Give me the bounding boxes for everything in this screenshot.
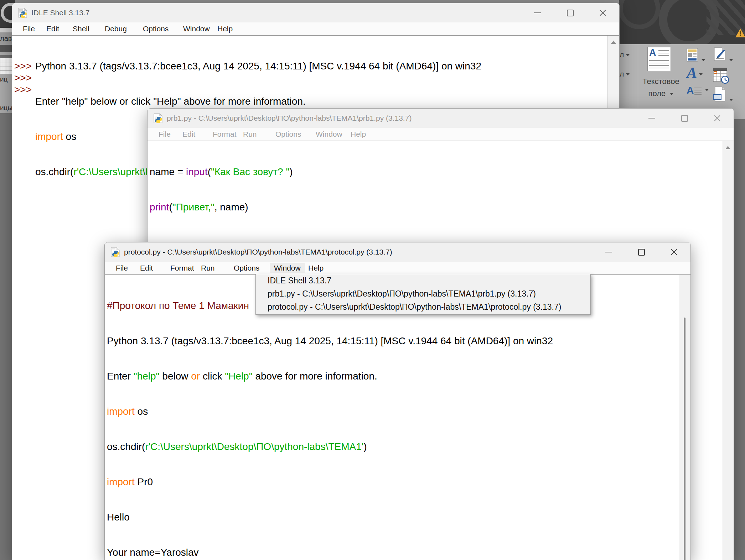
fragment-text: иц xyxy=(0,75,8,83)
python-file-icon xyxy=(110,247,120,257)
menu-edit[interactable]: Edit xyxy=(140,263,153,273)
code-line: Python 3.13.7 (tags/v3.13.7:bcee1c3, Aug… xyxy=(107,335,676,347)
menu-window[interactable]: Window xyxy=(316,129,342,139)
prb1-menubar: File Edit Format Run Options Window Help xyxy=(148,128,734,141)
menu-format[interactable]: Format xyxy=(213,129,237,139)
chevron-down-icon xyxy=(626,73,630,75)
shell-line: Enter "help" below or click "Help" above… xyxy=(35,95,605,107)
scroll-up-arrow-icon[interactable] xyxy=(611,41,616,44)
fragment-text: лав xyxy=(0,35,12,42)
menu-window-open[interactable]: Window xyxy=(270,263,305,273)
close-icon xyxy=(714,115,721,122)
protocol-content[interactable]: #Протокол по Теме 1 Мамакин Python 3.13.… xyxy=(105,275,690,560)
maximize-button[interactable] xyxy=(668,109,701,128)
prb1-text[interactable]: name = input("Как Вас зовут? ") print("П… xyxy=(150,142,719,236)
close-icon xyxy=(671,248,678,256)
menu-shell[interactable]: Shell xyxy=(73,24,89,34)
close-button[interactable] xyxy=(658,242,690,262)
minimize-button[interactable] xyxy=(635,109,668,128)
window-menu-item-protocol[interactable]: protocol.py - C:\Users\uprkt\Desktop\ПО\… xyxy=(256,300,590,314)
embed-object-icon xyxy=(713,87,727,101)
menu-run[interactable]: Run xyxy=(243,129,257,139)
chevron-down-icon xyxy=(729,59,733,61)
date-time-button[interactable] xyxy=(713,68,729,85)
protocol-titlebar[interactable]: protocol.py - C:\Users\uprkt\Desktop\ПО\… xyxy=(105,242,690,262)
minimize-button[interactable] xyxy=(592,242,625,262)
chevron-down-icon xyxy=(729,99,733,101)
menu-file[interactable]: File xyxy=(159,129,171,139)
menu-debug[interactable]: Debug xyxy=(105,24,127,34)
fragment-text: ицы xyxy=(0,104,12,112)
protocol-scrollbar[interactable] xyxy=(679,275,690,560)
menu-options[interactable]: Options xyxy=(275,129,301,139)
wordart-button[interactable]: A xyxy=(687,66,703,80)
minimize-icon xyxy=(648,118,655,119)
protocol-menubar: File Edit Format Run Options Window Help xyxy=(105,262,690,275)
menu-help[interactable]: Help xyxy=(217,24,233,34)
code-line: Your name=Yaroslav xyxy=(107,546,676,558)
window-menu-item-prb1[interactable]: prb1.py - C:\Users\uprkt\Desktop\ПО\pyth… xyxy=(256,287,590,300)
maximize-icon xyxy=(681,115,688,122)
menu-file[interactable]: File xyxy=(116,263,128,273)
shell-menubar: File Edit Shell Debug Options Window Hel… xyxy=(12,22,619,36)
window-menu-dropdown: IDLE Shell 3.13.7 prb1.py - C:\Users\upr… xyxy=(255,274,591,315)
scrollbar-thumb[interactable] xyxy=(684,318,685,560)
menu-file[interactable]: File xyxy=(23,24,35,34)
embed-object-button[interactable] xyxy=(713,87,733,103)
menu-help[interactable]: Help xyxy=(351,129,366,139)
menu-edit[interactable]: Edit xyxy=(182,129,195,139)
window-title: IDLE Shell 3.13.7 xyxy=(31,9,89,17)
code-line: import os xyxy=(107,405,676,417)
text-box-label2: поле xyxy=(641,89,681,98)
cut-ribbon-button[interactable]: л xyxy=(620,70,630,78)
minimize-icon xyxy=(534,12,541,13)
chevron-down-icon xyxy=(702,59,705,61)
menu-edit[interactable]: Edit xyxy=(46,24,59,34)
window-title: prb1.py - C:\Users\uprkt\Desktop\ПО\pyth… xyxy=(167,114,412,122)
prb1-titlebar[interactable]: prb1.py - C:\Users\uprkt\Desktop\ПО\pyth… xyxy=(148,109,734,128)
maximize-button[interactable] xyxy=(625,242,658,262)
scroll-up-arrow-icon[interactable] xyxy=(725,146,730,149)
text-box-label: Текстовое xyxy=(641,77,681,86)
chevron-down-icon xyxy=(699,73,703,75)
menu-help[interactable]: Help xyxy=(308,263,324,273)
code-line: import Pr0 xyxy=(107,476,676,488)
close-icon xyxy=(599,9,606,16)
word-dark-panel-right xyxy=(733,119,745,560)
ribbon-separator xyxy=(638,47,638,117)
shell-line: Python 3.13.7 (tags/v3.13.7:bcee1c3, Aug… xyxy=(35,60,605,72)
text-box-button[interactable]: A Текстовое поле xyxy=(641,46,681,117)
table-icon xyxy=(0,55,13,74)
window-menu-item-shell[interactable]: IDLE Shell 3.13.7 xyxy=(256,274,590,287)
python-file-icon xyxy=(153,113,163,123)
text-box-icon: A xyxy=(647,47,671,71)
close-button[interactable] xyxy=(586,3,619,22)
menu-window[interactable]: Window xyxy=(183,24,210,34)
drop-cap-button[interactable]: A xyxy=(687,85,704,96)
maximize-icon xyxy=(567,10,574,16)
menu-format[interactable]: Format xyxy=(170,263,194,273)
signature-line-button[interactable] xyxy=(713,47,733,63)
shell-titlebar[interactable]: IDLE Shell 3.13.7 xyxy=(12,3,619,22)
chevron-down-icon xyxy=(626,54,630,56)
page-layout-button[interactable] xyxy=(687,48,705,63)
page-layout-icon xyxy=(687,48,699,62)
menu-options[interactable]: Options xyxy=(143,24,169,34)
menu-options[interactable]: Options xyxy=(234,263,259,273)
protocol-text[interactable]: #Протокол по Теме 1 Мамакин Python 3.13.… xyxy=(107,276,676,560)
stripe-ornament xyxy=(707,0,745,35)
code-line: Hello xyxy=(107,511,676,523)
circle-ornament xyxy=(619,0,660,29)
menu-run[interactable]: Run xyxy=(201,263,215,273)
shell-prompt-gutter: >>> >>> >>> xyxy=(12,36,32,560)
prb1-scrollbar[interactable] xyxy=(722,141,734,560)
close-button[interactable] xyxy=(701,109,734,128)
word-dark-header-right xyxy=(619,0,745,44)
code-line: name = input("Как Вас зовут? ") xyxy=(150,166,719,178)
code-line: os.chdir(r'C:\Users\uprkt\Desktop\ПО\pyt… xyxy=(107,441,676,452)
code-line: print("Привет,", name) xyxy=(150,201,719,213)
maximize-button[interactable] xyxy=(554,3,586,22)
minimize-button[interactable] xyxy=(521,3,554,22)
date-time-icon xyxy=(713,68,729,84)
cut-ribbon-button[interactable]: л xyxy=(620,51,630,59)
